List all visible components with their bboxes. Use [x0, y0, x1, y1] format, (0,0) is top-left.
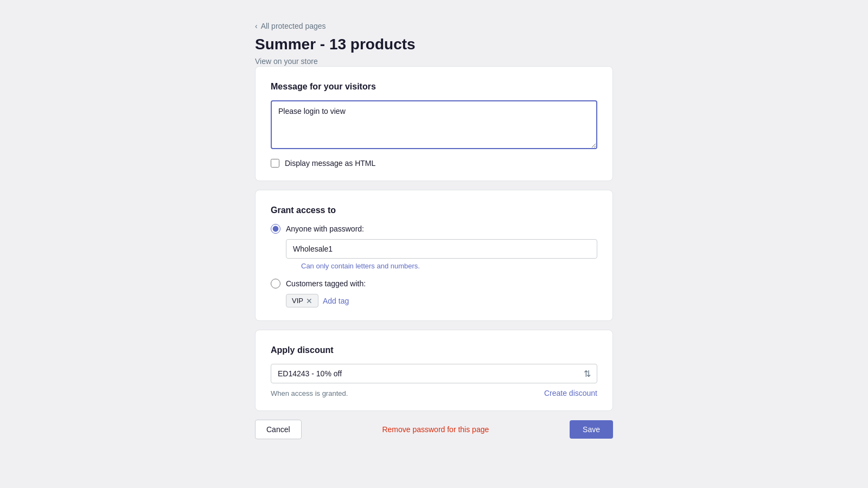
cancel-button[interactable]: Cancel: [255, 420, 302, 439]
discount-footer: When access is granted. Create discount: [271, 389, 597, 397]
password-input[interactable]: [286, 239, 597, 259]
grant-access-card: Grant access to Anyone with password: Ca…: [255, 190, 613, 321]
customers-tagged-radio[interactable]: [271, 279, 280, 288]
discount-select-wrap: ED14243 - 10% offSUMMER20 - 20% offWELCO…: [271, 364, 597, 383]
message-section-title: Message for your visitors: [271, 82, 597, 92]
view-on-store-link[interactable]: View on your store: [255, 57, 318, 66]
html-checkbox[interactable]: [271, 159, 279, 168]
discount-select[interactable]: ED14243 - 10% offSUMMER20 - 20% offWELCO…: [271, 364, 597, 383]
message-card: Message for your visitors Display messag…: [255, 66, 613, 181]
access-radio-group: Anyone with password: Can only contain l…: [271, 224, 597, 307]
save-button[interactable]: Save: [570, 420, 613, 439]
anyone-password-radio[interactable]: [271, 224, 280, 234]
page-title: Summer - 13 products: [255, 36, 613, 53]
message-textarea[interactable]: [271, 100, 597, 149]
discount-footer-text: When access is granted.: [271, 389, 348, 397]
tag-label: VIP: [292, 297, 303, 305]
apply-discount-title: Apply discount: [271, 345, 597, 355]
create-discount-link[interactable]: Create discount: [544, 389, 597, 397]
anyone-password-label[interactable]: Anyone with password:: [286, 224, 364, 233]
html-checkbox-label[interactable]: Display message as HTML: [285, 159, 375, 168]
grant-access-title: Grant access to: [271, 206, 597, 215]
remove-tag-button[interactable]: ✕: [306, 297, 312, 305]
breadcrumb[interactable]: ‹ All protected pages: [255, 22, 613, 30]
breadcrumb-label: All protected pages: [261, 22, 326, 30]
footer-actions: Cancel Remove password for this page Sav…: [255, 420, 613, 439]
vip-tag-chip: VIP ✕: [286, 294, 318, 307]
password-helper-text: Can only contain letters and numbers.: [301, 262, 597, 270]
add-tag-button[interactable]: Add tag: [323, 297, 349, 305]
remove-password-button[interactable]: Remove password for this page: [382, 425, 489, 434]
customers-tagged-label[interactable]: Customers tagged with:: [286, 279, 366, 288]
chevron-left-icon: ‹: [255, 22, 258, 30]
apply-discount-card: Apply discount ED14243 - 10% offSUMMER20…: [255, 330, 613, 411]
